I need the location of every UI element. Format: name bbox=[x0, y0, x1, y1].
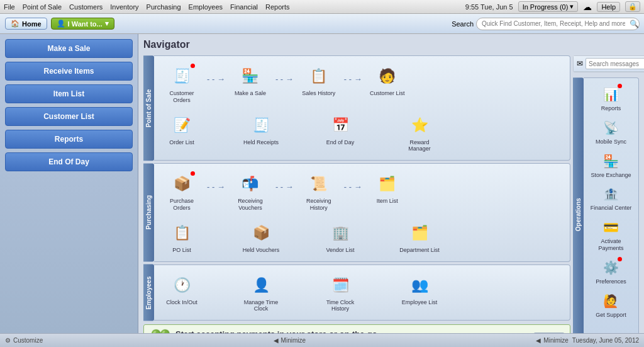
menu-employees[interactable]: Employees bbox=[189, 3, 223, 11]
receive-items-button[interactable]: Receive Items bbox=[5, 62, 133, 81]
minimize-left-icon: ◀ bbox=[274, 337, 279, 344]
held-receipts-icon[interactable]: 🧾 Held Receipts bbox=[238, 110, 284, 149]
navigator-title: Navigator bbox=[143, 39, 639, 50]
clock-display: 9:55 Tue, Jun 5 bbox=[465, 3, 513, 11]
make-sale-button[interactable]: Make a Sale bbox=[5, 39, 133, 58]
held-vouchers-icon[interactable]: 📦 Held Vouchers bbox=[238, 218, 284, 256]
operations-label: Operations bbox=[573, 77, 584, 333]
right-menu: 9:55 Tue, Jun 5 In Progress (0) ▾ ☁ Help… bbox=[465, 1, 640, 12]
arrow6: - - → bbox=[344, 182, 362, 200]
menu-financial[interactable]: Financial bbox=[230, 3, 258, 11]
clock-in-out-icon[interactable]: 🕐 Clock In/Out bbox=[159, 270, 204, 309]
operations-wrapper: Operations 📊 Reports 📡 Mobile Sync 🏪 bbox=[573, 77, 639, 333]
financial-center-icon[interactable]: 🏦 Financial Center bbox=[587, 181, 635, 213]
menu-customers[interactable]: Customers bbox=[69, 3, 103, 11]
in-progress-button[interactable]: In Progress (0) ▾ bbox=[518, 1, 579, 12]
preferences-icon[interactable]: ⚙️ Preferences bbox=[587, 255, 635, 287]
customer-list-nav-icon[interactable]: 🧑 Customer List bbox=[365, 61, 410, 100]
end-of-day-icon[interactable]: 📅 End of Day bbox=[318, 110, 363, 149]
purchasing-row1: 📦 Purchase Orders - - → 📬 Receiving Vouc… bbox=[159, 169, 565, 214]
vendor-list-icon[interactable]: 🏢 Vendor List bbox=[318, 218, 363, 256]
employee-list-icon[interactable]: 👥 Employee List bbox=[397, 270, 442, 309]
store-exchange-icon[interactable]: 🏪 Store Exchange bbox=[587, 149, 635, 181]
minimize-right-icon: ◀ bbox=[536, 337, 541, 344]
right-panel: ✉ ✎ ≡ Operations 📊 Reports bbox=[573, 55, 639, 333]
end-of-day-button[interactable]: End Of Day bbox=[5, 152, 133, 171]
arrow1: - - → bbox=[207, 74, 225, 93]
close-notification-button[interactable]: Close bbox=[533, 333, 565, 333]
reward-manager-icon[interactable]: ⭐ Reward Manager bbox=[397, 110, 442, 156]
purchase-orders-icon[interactable]: 📦 Purchase Orders bbox=[159, 169, 204, 214]
employees-section-label: Employees bbox=[143, 265, 154, 321]
reports-button[interactable]: Reports bbox=[5, 130, 133, 149]
pos-section: Point of Sale 🧾 Customer Orders - - → 🏪 bbox=[143, 55, 570, 161]
reports-ops-icon[interactable]: 📊 Reports bbox=[587, 82, 635, 114]
messages-search-input[interactable] bbox=[586, 58, 644, 69]
arrow4: - - → bbox=[207, 182, 225, 200]
date-display: Tuesday, June 05, 2012 bbox=[572, 337, 639, 344]
item-list-purch-icon[interactable]: 🗂️ Item List bbox=[365, 169, 410, 207]
navigator-area: Navigator Point of Sale 🧾 Customer Order… bbox=[138, 34, 644, 333]
iwant-button[interactable]: 👤 I Want to... ▾ bbox=[51, 18, 114, 30]
person-icon: 👤 bbox=[57, 20, 65, 28]
make-sale-nav-icon[interactable]: 🏪 Make a Sale bbox=[228, 61, 273, 100]
manage-time-clock-icon[interactable]: 👤 Manage Time Clock bbox=[238, 270, 284, 316]
activate-payments-icon[interactable]: 💳 Activate Payments bbox=[587, 215, 635, 254]
customize-area[interactable]: ⚙ Customize bbox=[5, 337, 43, 344]
customize-label: Customize bbox=[13, 337, 43, 344]
minimize-left[interactable]: ◀ Minimize bbox=[274, 337, 306, 344]
minimize-right-label: Minimize bbox=[543, 337, 568, 344]
employees-section-content: 🕐 Clock In/Out 👤 Manage Time Clock 🗓️ bbox=[154, 265, 570, 321]
toolbar: 🏠 Home 👤 I Want to... ▾ Search 🔍 bbox=[0, 14, 644, 34]
home-button[interactable]: 🏠 Home bbox=[5, 18, 47, 30]
messages-panel: ✉ ✎ ≡ bbox=[573, 55, 644, 72]
arrow3: - - → bbox=[344, 74, 362, 93]
minimize-left-label: Minimize bbox=[281, 337, 306, 344]
receiving-vouchers-icon[interactable]: 📬 Receiving Vouchers bbox=[228, 169, 273, 214]
get-support-icon[interactable]: 🙋 Get Support bbox=[587, 288, 635, 321]
help-button[interactable]: Help bbox=[597, 2, 620, 12]
purchasing-row2: 📋 PO List 📦 Held Vouchers 🏢 bbox=[159, 218, 565, 256]
search-label: Search bbox=[452, 20, 474, 28]
bottom-bar: ⚙ Customize ◀ Minimize ◀ Minimize Tuesda… bbox=[0, 333, 644, 347]
menu-bar: File Point of Sale Customers Inventory P… bbox=[0, 0, 644, 14]
arrow5: - - → bbox=[275, 182, 294, 200]
operations-content: 📊 Reports 📡 Mobile Sync 🏪 Store Exchange bbox=[584, 77, 639, 333]
cloud-icon: ☁ bbox=[583, 2, 592, 12]
purchasing-section-label: Purchasing bbox=[143, 163, 154, 261]
home-icon: 🏠 bbox=[11, 20, 19, 28]
envelope-icon: ✉ bbox=[577, 59, 583, 68]
sections-container: Point of Sale 🧾 Customer Orders - - → 🏪 bbox=[143, 55, 570, 333]
bottom-right: ◀ Minimize Tuesday, June 05, 2012 bbox=[536, 337, 639, 344]
menu-purchasing[interactable]: Purchasing bbox=[147, 3, 181, 11]
menu-inventory[interactable]: Inventory bbox=[110, 3, 138, 11]
payment-icon: 💚 bbox=[150, 328, 170, 333]
lock-icon-btn[interactable]: 🔒 bbox=[625, 1, 640, 12]
employees-section: Employees 🕐 Clock In/Out 👤 Manage Time C… bbox=[143, 265, 570, 321]
search-input[interactable] bbox=[476, 18, 640, 30]
item-list-button[interactable]: Item List bbox=[5, 84, 133, 103]
pos-section-label: Point of Sale bbox=[143, 55, 154, 161]
notification-text: Start accepting payments in your store o… bbox=[175, 329, 379, 333]
mobile-sync-icon[interactable]: 📡 Mobile Sync bbox=[587, 115, 635, 147]
menu-reports[interactable]: Reports bbox=[265, 3, 290, 11]
sales-history-icon[interactable]: 📋 Sales History bbox=[296, 61, 341, 100]
department-list-icon[interactable]: 🗂️ Department List bbox=[397, 218, 442, 256]
main-layout: Make a Sale Receive Items Item List Cust… bbox=[0, 34, 644, 333]
time-clock-history-icon[interactable]: 🗓️ Time Clock History bbox=[318, 270, 363, 316]
menu-pos[interactable]: Point of Sale bbox=[23, 3, 62, 11]
purchasing-section: Purchasing 📦 Purchase Orders - - → 📬 R bbox=[143, 163, 570, 261]
minimize-right[interactable]: ◀ Minimize bbox=[536, 337, 568, 344]
customer-list-button[interactable]: Customer List bbox=[5, 107, 133, 126]
messages-header: ✉ ✎ ≡ bbox=[574, 56, 644, 72]
chevron-down-icon: ▾ bbox=[570, 3, 574, 11]
customer-orders-icon[interactable]: 🧾 Customer Orders bbox=[159, 61, 204, 106]
receiving-history-icon[interactable]: 📜 Receiving History bbox=[296, 169, 341, 214]
pos-section-content: 🧾 Customer Orders - - → 🏪 Make a Sale - … bbox=[154, 55, 570, 161]
order-list-icon[interactable]: 📝 Order List bbox=[159, 110, 204, 149]
menu-file[interactable]: File bbox=[4, 3, 15, 11]
customize-icon: ⚙ bbox=[5, 337, 11, 344]
pos-row1: 🧾 Customer Orders - - → 🏪 Make a Sale - … bbox=[159, 61, 565, 106]
nav-content: Point of Sale 🧾 Customer Orders - - → 🏪 bbox=[143, 55, 639, 333]
po-list-icon[interactable]: 📋 PO List bbox=[159, 218, 204, 256]
